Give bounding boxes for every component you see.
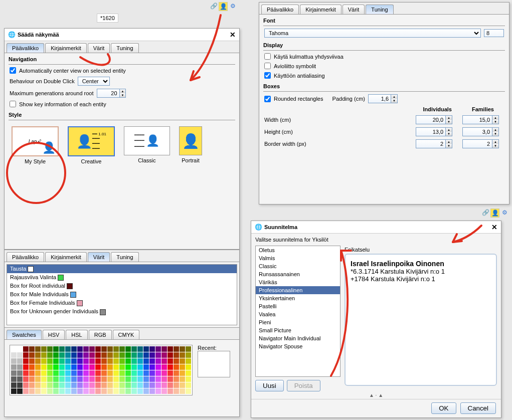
list-item[interactable]: Navigator Spouse bbox=[256, 342, 340, 350]
boxes-heading: Boxes bbox=[259, 80, 509, 90]
list-item[interactable]: Valmis bbox=[256, 254, 340, 262]
list-item[interactable]: Oletus bbox=[256, 246, 340, 254]
settings-dialog: 🌐 Säädä näkymää ✕ Päävalikko Kirjainmerk… bbox=[4, 28, 240, 250]
tab-paavalikko[interactable]: Päävalikko bbox=[7, 43, 44, 53]
plan-list[interactable]: OletusValmisClassicRunsassanainenVärikäs… bbox=[255, 246, 340, 377]
plan-prompt: Valitse suunnitelma for Yksilöt bbox=[251, 234, 501, 246]
gear-icon[interactable]: ⚙ bbox=[229, 2, 237, 10]
auto-center-checkbox[interactable] bbox=[10, 67, 16, 74]
behaviour-label: Behaviour on Double Click bbox=[10, 78, 75, 84]
recent-label: Recent: bbox=[198, 345, 230, 351]
tab-kirjainmerkit[interactable]: Kirjainmerkit bbox=[45, 43, 87, 53]
list-item[interactable]: Värikäs bbox=[256, 278, 340, 286]
width-ind-spinner[interactable]: ▲▼ bbox=[416, 115, 452, 124]
list-item[interactable]: Small Picture bbox=[256, 326, 340, 334]
style-my-style[interactable]: Lap🖌👤 My Style bbox=[12, 126, 59, 164]
rounded-checkbox[interactable] bbox=[264, 96, 271, 102]
preview-name: Israel Israelinpoika Oinonen bbox=[351, 260, 491, 268]
style-classic[interactable]: ━━━━━━━━━━━━ 👤 Classic bbox=[124, 126, 170, 164]
tab-swatches[interactable]: Swatches bbox=[7, 330, 42, 339]
list-item[interactable]: Navigator Main Individual bbox=[256, 334, 340, 342]
tab-paavalikko-2[interactable]: Päävalikko bbox=[7, 252, 44, 262]
display-heading: Display bbox=[259, 39, 509, 49]
tab-tuning-3[interactable]: Tuning bbox=[366, 5, 393, 14]
gear-icon-2[interactable]: ⚙ bbox=[500, 208, 508, 217]
list-item: Box for Male Individuals bbox=[7, 290, 237, 299]
dialog-title: Säädä näkymää bbox=[18, 32, 59, 38]
list-item[interactable]: Pastelli bbox=[256, 302, 340, 310]
style-heading: Style bbox=[5, 109, 239, 119]
colors-panel: Päävalikko Kirjainmerkit Värit Tuning Ta… bbox=[4, 250, 240, 417]
showkey-checkbox[interactable] bbox=[10, 101, 16, 107]
tab-paavalikko-3[interactable]: Päävalikko bbox=[261, 5, 299, 14]
list-item: Rajausviiva Valinta bbox=[7, 273, 237, 282]
style-creative[interactable]: 👤━━ 1.01━━━━━━━━━ Creative bbox=[68, 126, 115, 164]
list-item: Tausta bbox=[7, 265, 237, 273]
tab-varit-3[interactable]: Värit bbox=[343, 5, 365, 14]
new-button[interactable]: Uusi bbox=[255, 380, 284, 391]
style-portrait[interactable]: 👤 Portrait bbox=[179, 126, 202, 164]
tab-cmyk[interactable]: CMYK bbox=[113, 330, 140, 339]
expand-handle[interactable]: ▲ · ▲ bbox=[251, 391, 501, 399]
height-fam-spinner[interactable]: ▲▼ bbox=[462, 127, 499, 136]
tab-hsl[interactable]: HSL bbox=[66, 330, 87, 339]
padding-spinner[interactable]: ▲▼ bbox=[368, 94, 398, 103]
person-icon[interactable]: 👤 bbox=[219, 2, 228, 11]
preview-box: Israel Israelinpoika Oinonen *6.3.1714 K… bbox=[345, 254, 497, 386]
tab-rgb[interactable]: RGB bbox=[89, 330, 112, 339]
list-item[interactable]: Vaalea bbox=[256, 310, 340, 318]
preview-death: +1784 Karstula Kivijärvi n:o 1 bbox=[351, 275, 491, 283]
tab-tuning[interactable]: Tuning bbox=[111, 43, 138, 53]
list-item[interactable]: Pieni bbox=[256, 318, 340, 326]
list-item: Box for Female Individuals bbox=[7, 299, 237, 307]
width-fam-spinner[interactable]: ▲▼ bbox=[462, 115, 499, 124]
maxgen-label: Maximum generations around root bbox=[10, 90, 94, 96]
tuning-panel: Päävalikko Kirjainmerkit Värit Tuning Fo… bbox=[259, 2, 509, 204]
delete-button: Poista bbox=[287, 380, 320, 391]
tab-varit[interactable]: Värit bbox=[88, 43, 110, 53]
globe-icon-2: 🌐 bbox=[254, 223, 262, 231]
maxgen-spinner[interactable]: ▲▼ bbox=[97, 89, 126, 98]
cancel-button[interactable]: Cancel bbox=[460, 402, 496, 414]
ok-button[interactable]: OK bbox=[431, 402, 456, 414]
tab-varit-2[interactable]: Värit bbox=[88, 252, 110, 262]
tab-hsv[interactable]: HSV bbox=[43, 330, 65, 339]
link-icon-2[interactable]: 🔗 bbox=[481, 208, 489, 217]
person-icon-2[interactable]: 👤 bbox=[490, 208, 499, 218]
close-icon-2[interactable]: ✕ bbox=[491, 224, 498, 231]
close-icon[interactable]: ✕ bbox=[229, 31, 236, 38]
border-fam-spinner[interactable]: ▲▼ bbox=[462, 139, 499, 148]
list-item: Box for Unknown gender Individuals bbox=[7, 307, 237, 316]
tab-kirjainmerkit-3[interactable]: Kirjainmerkit bbox=[300, 5, 342, 14]
list-item[interactable]: Classic bbox=[256, 262, 340, 270]
link-icon[interactable]: 🔗 bbox=[210, 2, 218, 10]
font-size-input[interactable] bbox=[484, 29, 504, 37]
angled-connector-checkbox[interactable] bbox=[264, 53, 271, 60]
preview-heading: Esikatselu bbox=[345, 246, 497, 254]
border-ind-spinner[interactable]: ▲▼ bbox=[416, 139, 452, 148]
font-select[interactable]: Tahoma bbox=[264, 29, 481, 38]
font-heading: Font bbox=[259, 15, 509, 25]
showkey-label: Show key information of each entity bbox=[19, 101, 106, 107]
list-item[interactable]: Runsassanainen bbox=[256, 270, 340, 278]
navigation-heading: Navigation bbox=[5, 53, 239, 63]
marriage-symbols-checkbox[interactable] bbox=[264, 63, 271, 69]
plan-title: Suunnitelma bbox=[264, 224, 297, 230]
color-list[interactable]: Tausta Rajausviiva Valinta Box for Root … bbox=[7, 264, 237, 325]
plan-dialog: 🌐 Suunnitelma ✕ Valitse suunnitelma for … bbox=[251, 221, 501, 418]
list-item[interactable]: Yksinkertainen bbox=[256, 294, 340, 302]
swatch-grid[interactable] bbox=[10, 345, 193, 395]
recent-swatches[interactable] bbox=[198, 351, 230, 377]
tab-kirjainmerkit-2[interactable]: Kirjainmerkit bbox=[45, 252, 87, 262]
auto-center-label: Automatically center view on selected en… bbox=[19, 68, 126, 74]
list-item[interactable]: Professionaalinen bbox=[256, 286, 340, 294]
globe-icon: 🌐 bbox=[8, 31, 16, 39]
document-tab[interactable]: *1620 bbox=[97, 14, 118, 23]
height-ind-spinner[interactable]: ▲▼ bbox=[416, 127, 452, 136]
behaviour-select[interactable]: Center bbox=[78, 77, 110, 86]
preview-birth: *6.3.1714 Karstula Kivijärvi n:o 1 bbox=[351, 268, 491, 275]
tab-tuning-2[interactable]: Tuning bbox=[111, 252, 138, 262]
list-item: Box for Root individual bbox=[7, 282, 237, 290]
antialiasing-checkbox[interactable] bbox=[264, 72, 271, 79]
